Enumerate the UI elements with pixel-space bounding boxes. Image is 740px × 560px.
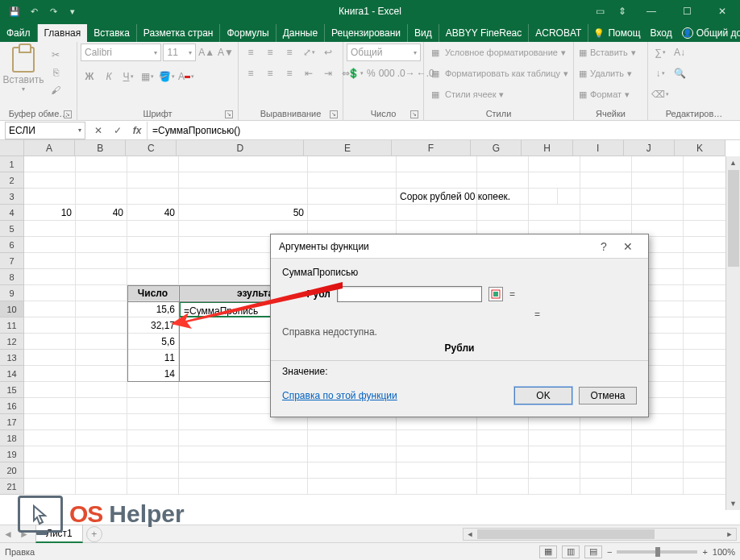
tab-abbyy[interactable]: ABBYY FineReac [439, 24, 530, 42]
name-box[interactable]: ЕСЛИ▾ [5, 122, 85, 139]
sheet-nav-prev-icon[interactable]: ◄ [0, 526, 16, 542]
orientation-icon[interactable]: ⤢ [300, 44, 318, 61]
page-break-view-icon[interactable]: ▤ [584, 545, 602, 558]
tab-layout[interactable]: Разметка стран [137, 24, 221, 42]
cut-icon[interactable]: ✂ [47, 47, 64, 63]
tab-share[interactable]: 👤Общий доступ [677, 24, 740, 42]
clipboard-launcher-icon[interactable]: ↘ [64, 110, 72, 118]
tab-review[interactable]: Рецензировани [325, 24, 408, 42]
tab-signin[interactable]: Вход [646, 24, 677, 42]
find-icon[interactable]: 🔍 [671, 64, 688, 82]
delete-cells-button[interactable]: ▦Удалить▾ [577, 64, 644, 82]
scroll-left-icon[interactable]: ◄ [464, 529, 476, 540]
col-header-H[interactable]: H [522, 140, 572, 156]
font-launcher-icon[interactable]: ↘ [225, 110, 233, 118]
col-header-I[interactable]: I [573, 140, 624, 156]
v-scroll-thumb[interactable] [728, 170, 739, 267]
align-top-icon[interactable]: ≡ [242, 44, 260, 61]
page-layout-view-icon[interactable]: ▥ [562, 545, 580, 558]
number-format-combo[interactable]: Общий▾ [347, 44, 421, 61]
h-scroll-thumb[interactable] [477, 529, 655, 539]
row-header-4[interactable]: 4 [0, 205, 23, 221]
zoom-out-icon[interactable]: − [607, 547, 612, 557]
cancel-formula-icon[interactable]: ✕ [89, 122, 108, 139]
row-header-20[interactable]: 20 [0, 463, 23, 479]
cell-styles-button[interactable]: ▦Стили ячеек▾ [427, 85, 570, 103]
tab-insert[interactable]: Вставка [87, 24, 137, 42]
minimize-button[interactable]: — [634, 0, 669, 23]
qat-customize-icon[interactable]: ▾ [64, 3, 81, 19]
zoom-slider[interactable] [617, 550, 697, 554]
format-cells-button[interactable]: ▦Формат▾ [577, 85, 644, 103]
row-header-5[interactable]: 5 [0, 221, 23, 237]
align-middle-icon[interactable]: ≡ [261, 44, 279, 61]
enter-formula-icon[interactable]: ✓ [108, 122, 127, 139]
dialog-close-icon[interactable]: ✕ [616, 235, 640, 258]
tab-view[interactable]: Вид [408, 24, 439, 42]
format-as-table-button[interactable]: ▦Форматировать как таблицу▾ [427, 64, 570, 82]
align-right-icon[interactable]: ≡ [281, 64, 298, 82]
help-icon[interactable]: ⇕ [611, 0, 634, 23]
comma-icon[interactable]: 000 [378, 64, 396, 82]
percent-icon[interactable]: % [366, 64, 376, 82]
row-header-21[interactable]: 21 [0, 479, 23, 495]
ok-button[interactable]: OK [514, 387, 572, 404]
paste-button[interactable]: Вставить ▾ [3, 44, 44, 93]
row-header-15[interactable]: 15 [0, 382, 23, 398]
row-header-7[interactable]: 7 [0, 253, 23, 269]
col-header-C[interactable]: C [126, 140, 177, 156]
col-header-K[interactable]: K [675, 140, 725, 156]
save-icon[interactable]: 💾 [6, 3, 23, 19]
row-header-3[interactable]: 3 [0, 189, 23, 205]
font-name-combo[interactable]: Calibri▾ [81, 44, 161, 61]
row-header-12[interactable]: 12 [0, 334, 23, 350]
indent-inc-icon[interactable]: ⇥ [319, 64, 337, 82]
align-bottom-icon[interactable]: ≡ [281, 44, 298, 61]
fill-color-icon[interactable]: 🪣 [158, 68, 176, 85]
dialog-arg-input[interactable] [337, 286, 482, 302]
fill-icon[interactable]: ↓ [651, 64, 669, 82]
col-header-D[interactable]: D [177, 140, 304, 156]
row-header-8[interactable]: 8 [0, 269, 23, 285]
row-header-18[interactable]: 18 [0, 430, 23, 446]
col-header-G[interactable]: G [471, 140, 522, 156]
maximize-button[interactable]: ☐ [669, 0, 705, 23]
number-launcher-icon[interactable]: ↘ [410, 110, 418, 118]
row-header-11[interactable]: 11 [0, 317, 23, 334]
currency-icon[interactable]: 💲 [347, 64, 364, 82]
increase-font-icon[interactable]: A▲ [197, 44, 215, 61]
row-header-2[interactable]: 2 [0, 172, 23, 189]
ribbon-options-icon[interactable]: ▭ [588, 0, 611, 23]
col-header-B[interactable]: B [75, 140, 126, 156]
row-header-10[interactable]: 10 [0, 301, 23, 317]
row-header-6[interactable]: 6 [0, 237, 23, 253]
font-color-icon[interactable]: A [177, 68, 195, 85]
col-header-E[interactable]: E [304, 140, 392, 156]
scroll-up-icon[interactable]: ▲ [727, 156, 740, 169]
bold-button[interactable]: Ж [81, 68, 98, 85]
cell-B4[interactable]: 40 [76, 205, 127, 221]
conditional-formatting-button[interactable]: ▦Условное форматирование▾ [427, 44, 570, 61]
indent-dec-icon[interactable]: ⇤ [300, 64, 318, 82]
redo-icon[interactable]: ↷ [45, 3, 61, 19]
borders-icon[interactable]: ▦ [139, 68, 156, 85]
collapse-dialog-icon[interactable] [488, 287, 503, 301]
cell-D4[interactable]: 50 [179, 205, 308, 221]
tab-acrobat[interactable]: ACROBAT [529, 24, 588, 42]
tab-tellme[interactable]: Помощ [588, 24, 645, 42]
tab-formulas[interactable]: Формулы [220, 24, 276, 42]
tab-file[interactable]: Файл [0, 24, 38, 42]
close-button[interactable]: ✕ [705, 0, 740, 23]
row-header-17[interactable]: 17 [0, 414, 23, 430]
clear-icon[interactable]: ⌫ [651, 85, 669, 103]
font-size-combo[interactable]: 11▾ [163, 44, 196, 61]
dialog-title-bar[interactable]: Аргументы функции ? ✕ [271, 234, 648, 259]
dialog-help-link[interactable]: Справка по этой функции [282, 390, 397, 401]
column-headers[interactable]: ABCDEFGHIJK [24, 140, 725, 156]
format-painter-icon[interactable]: 🖌 [47, 82, 64, 98]
cell-C4[interactable]: 40 [127, 205, 179, 221]
cancel-button[interactable]: Отмена [579, 387, 637, 404]
row-header-13[interactable]: 13 [0, 350, 23, 366]
align-center-icon[interactable]: ≡ [261, 64, 279, 82]
dialog-help-icon[interactable]: ? [592, 235, 616, 258]
